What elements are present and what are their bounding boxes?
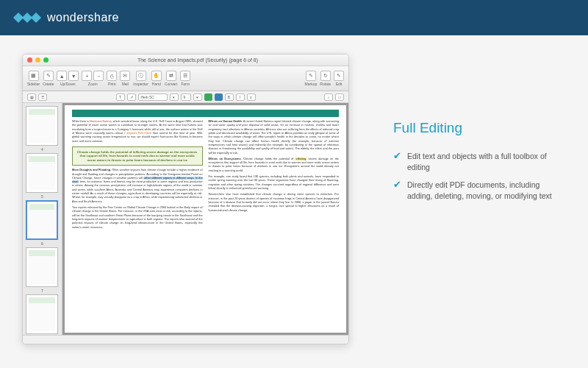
align-button[interactable]: ≡ <box>247 93 256 101</box>
main-toolbar: ▦Sidebar ✎Create ▲▼Up/Down +−Zoom ⎙Print… <box>23 66 348 91</box>
page-thumb[interactable] <box>26 153 58 193</box>
thumb-num: 6 <box>41 241 43 246</box>
check-icon: ✔ <box>393 180 401 201</box>
rotate-label: Rotate <box>320 82 331 86</box>
outline-view-icon[interactable]: ☰ <box>38 93 47 101</box>
fill-color-swatch[interactable] <box>215 93 223 101</box>
bold-button[interactable]: B <box>225 93 234 101</box>
brand-name: wondershare <box>47 11 119 24</box>
zoom-label: Zoom <box>88 82 98 86</box>
yellow-highlight: inflicting <box>295 158 307 160</box>
window-title: The Science and Impacts.pdf (Security) (… <box>51 57 344 63</box>
feature-item: ✔ Directly edit PDF documents, including… <box>393 180 566 201</box>
wondershare-logo-icon <box>15 14 40 21</box>
zoom-out-button[interactable]: − <box>93 71 104 81</box>
inspector-label: Inspector <box>133 82 148 86</box>
convert-label: Convert <box>165 82 178 86</box>
close-icon[interactable] <box>27 57 32 63</box>
sidebar-label: Sidebar <box>27 82 40 86</box>
annotation-tool-1[interactable]: ○ <box>324 93 333 101</box>
page-thumb[interactable] <box>26 106 58 146</box>
form-label: Form <box>182 82 190 86</box>
thumb-num: 7 <box>41 289 43 293</box>
thumb-num: 4 <box>41 147 43 152</box>
maximize-icon[interactable] <box>43 57 49 63</box>
rotate-button[interactable]: ↻ <box>320 71 331 81</box>
font-dropdown-icon[interactable]: ▾ <box>170 93 179 101</box>
pdf-editor-window: The Science and Impacts.pdf (Security) (… <box>22 54 349 344</box>
form-button[interactable]: ☰ <box>180 71 190 81</box>
minimize-icon[interactable] <box>35 57 40 63</box>
markup-label: Markup <box>305 82 318 86</box>
feature-item: ✔ Edit text and objects with a full tool… <box>393 151 566 172</box>
orange-highlight: 2 degrees Fahrenheit <box>124 132 151 135</box>
check-icon: ✔ <box>393 151 401 172</box>
mail-label: Mail <box>122 82 129 86</box>
annotation-tool-2[interactable]: □ <box>335 93 344 101</box>
arrow-tool-icon[interactable]: ↗ <box>127 93 136 101</box>
convert-button[interactable]: ⇄ <box>166 71 176 81</box>
text-tool-icon[interactable]: T <box>116 93 125 101</box>
mail-button[interactable]: ✉ <box>120 71 130 81</box>
inspector-button[interactable]: ⓘ <box>136 71 146 81</box>
font-family-select[interactable]: Heiti SC <box>138 93 168 101</box>
down-button[interactable]: ▼ <box>68 71 79 81</box>
edit-button[interactable]: ✎ <box>334 71 344 81</box>
create-button[interactable]: ✎ <box>43 71 54 81</box>
create-label: Create <box>43 82 54 86</box>
callout-box[interactable]: Climate change holds the potential of in… <box>72 146 203 166</box>
feature-text: Edit text and objects with a full toolbo… <box>407 151 566 172</box>
page-thumb[interactable] <box>26 294 58 334</box>
feature-title: Full Editing <box>393 120 566 136</box>
feature-info-panel: Full Editing ✔ Edit text and objects wit… <box>393 54 566 350</box>
markup-button[interactable]: ✎ <box>306 71 316 81</box>
print-button[interactable]: ⎙ <box>107 71 117 81</box>
italic-button[interactable]: I <box>236 93 245 101</box>
format-toolbar: ▦ ☰ T ↗ Heiti SC ▾ 9 ▾ B I ≡ ○ □ <box>23 91 348 103</box>
thumbnails-sidebar[interactable]: 4 5 6 7 8 <box>23 103 62 335</box>
window-titlebar: The Science and Impacts.pdf (Security) (… <box>23 54 348 66</box>
sidebar-toggle-icon[interactable]: ▦ <box>29 71 39 81</box>
page-thumb-active[interactable] <box>26 200 58 240</box>
hand-button[interactable]: ✋ <box>151 71 162 81</box>
size-dropdown-icon[interactable]: ▾ <box>193 93 202 101</box>
right-column: Effects on Human Health. A recent United… <box>209 120 340 232</box>
thumbs-view-icon[interactable]: ▦ <box>27 93 36 101</box>
updown-label: Up/Down <box>60 82 76 86</box>
print-label: Print <box>108 82 115 86</box>
status-bar <box>23 335 348 344</box>
thumb-num: 5 <box>41 194 43 199</box>
up-button[interactable]: ▲ <box>57 71 67 81</box>
feature-text: Directly edit PDF documents, including a… <box>407 180 566 201</box>
brand-header: wondershare <box>0 0 588 35</box>
document-viewport[interactable]: While there is Hurricane Katrina, which … <box>62 103 348 335</box>
page-header-banner <box>72 110 339 117</box>
page-thumb[interactable] <box>26 247 58 287</box>
left-column: While there is Hurricane Katrina, which … <box>72 120 203 232</box>
edit-label: Edit <box>336 82 343 86</box>
text-color-swatch[interactable] <box>204 93 212 101</box>
zoom-in-button[interactable]: + <box>82 71 92 81</box>
red-highlight: Hurricane Katrina <box>90 120 112 123</box>
font-size-input[interactable]: 9 <box>181 93 191 101</box>
hand-label: Hand <box>152 82 161 86</box>
pdf-page[interactable]: While there is Hurricane Katrina, which … <box>65 105 346 333</box>
